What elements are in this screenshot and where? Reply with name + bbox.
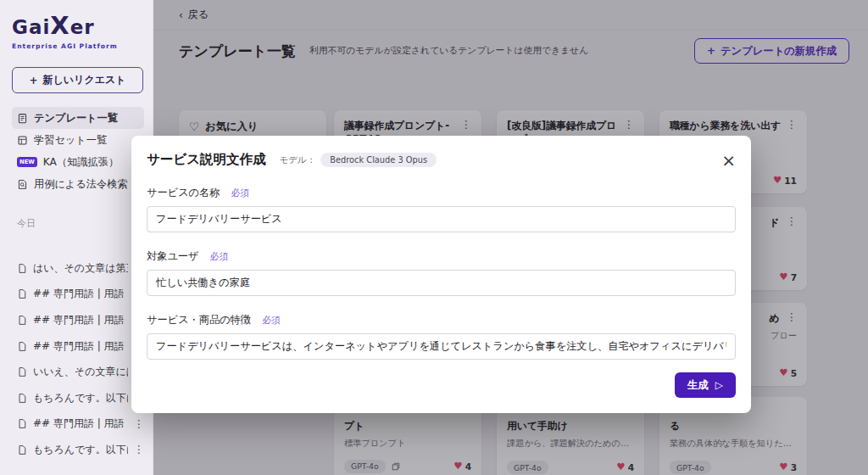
field-label: 対象ユーザ [147,250,199,262]
field-service-features: サービス・商品の特徴 必須 [147,310,736,360]
logo-text-suffix: er [70,16,95,38]
required-badge: 必須 [262,315,281,326]
app-root: GaiXer Enterprise AGI Platform + 新しいリクエス… [0,0,868,475]
field-label-row: 対象ユーザ 必須 [147,247,736,264]
field-label-row: サービス・商品の特徴 必須 [147,310,736,327]
field-service-name: サービスの名称 必須 [147,183,736,232]
document-icon [17,366,27,377]
send-icon: ▷ [715,380,723,390]
history-item[interactable]: もちろんです。以下に架 ⋮ [12,385,144,411]
field-label: サービス・商品の特徴 [147,314,251,326]
logo: GaiXer Enterprise AGI Platform [12,14,144,50]
template-run-modal: サービス説明文作成 モデル： Bedrock Claude 3 Opus × サ… [131,136,751,413]
sidebar: GaiXer Enterprise AGI Platform + 新しいリクエス… [0,0,153,475]
field-target-user: 対象ユーザ 必須 [147,247,736,296]
document-icon [17,341,27,352]
document-icon [17,288,27,299]
document-icon [17,393,27,404]
document-icon [17,418,27,429]
history-item[interactable]: もちろんです。以下に短 ⋮ [12,437,144,463]
service-name-input[interactable] [147,206,736,232]
new-request-button[interactable]: + 新しいリクエスト [12,67,143,93]
target-user-input[interactable] [147,270,736,296]
history-label: ## 専門用語 | 用語 [33,313,128,327]
learning-set-icon [17,135,28,146]
logo-tagline: Enterprise AGI Platform [12,42,144,50]
modal-title: サービス説明文作成 [147,151,266,169]
logo-gaixer: GaiXer [12,14,144,38]
modal-header: サービス説明文作成 モデル： Bedrock Claude 3 Opus × [147,151,736,169]
history-label: いいえ、その文章には特 [33,365,128,379]
nav-label: 用例による法令検索 [34,177,128,192]
sidebar-item-learning-sets[interactable]: 学習セット一覧 [12,129,144,151]
kebab-menu-icon[interactable]: ⋮ [134,444,145,455]
history-item[interactable]: はい、その文章は第三者 ⋮ [12,255,144,282]
history-list: はい、その文章は第三者 ⋮ ## 専門用語 | 用語 ⋮ ## 専門用語 | 用… [12,255,144,463]
sidebar-item-law-search[interactable]: 用例による法令検索 [12,173,144,195]
model-badge: Bedrock Claude 3 Opus [320,153,437,167]
nav-label: KA（知識拡張） [43,155,119,170]
required-badge: 必須 [231,187,250,198]
sidebar-nav: テンプレート一覧 学習セット一覧 NEW KA（知識拡張） 用例による法令検索 [12,107,144,195]
kebab-menu-icon[interactable]: ⋮ [134,419,145,430]
service-features-input[interactable] [147,333,736,360]
history-label: はい、その文章は第三者 [33,261,128,276]
history-label: ## 専門用語 | 用語 | 解説 [33,416,128,431]
nav-label: 学習セット一覧 [34,133,107,148]
section-today: 今日 [17,217,144,230]
model-label: モデル： [280,154,316,166]
document-icon [17,444,27,455]
history-label: もちろんです。以下に架 [33,391,128,405]
history-label: ## 専門用語 | 用語 [33,287,128,301]
new-badge: NEW [17,157,37,167]
law-search-icon [17,179,28,190]
document-icon [17,263,27,274]
required-badge: 必須 [210,251,229,262]
template-list-icon [17,113,28,124]
history-item[interactable]: ## 専門用語 | 用語 ⋮ [12,307,144,333]
history-item[interactable]: ## 専門用語 | 用語 ⋮ [12,333,144,360]
nav-label: テンプレート一覧 [34,111,118,126]
history-item[interactable]: ## 専門用語 | 用語 ⋮ [12,282,144,308]
history-item[interactable]: いいえ、その文章には特 ⋮ [12,359,144,385]
plus-icon: + [29,75,37,87]
document-icon [17,315,27,326]
generate-label: 生成 [687,378,709,393]
logo-text-prefix: Gai [12,16,50,38]
sidebar-item-ka-knowledge[interactable]: NEW KA（知識拡張） [12,151,144,173]
generate-button[interactable]: 生成 ▷ [675,372,736,398]
sidebar-item-template-list[interactable]: テンプレート一覧 [12,107,144,129]
modal-footer: 生成 ▷ [147,372,736,398]
new-request-label: 新しいリクエスト [43,73,126,87]
logo-text-x: X [50,11,70,40]
history-item[interactable]: ## 専門用語 | 用語 | 解説 ⋮ [12,411,144,438]
close-icon[interactable]: × [721,152,736,169]
field-label-row: サービスの名称 必須 [147,183,736,200]
field-label: サービスの名称 [147,187,220,198]
history-label: もちろんです。以下に短 [33,443,128,457]
history-label: ## 専門用語 | 用語 [33,339,128,354]
